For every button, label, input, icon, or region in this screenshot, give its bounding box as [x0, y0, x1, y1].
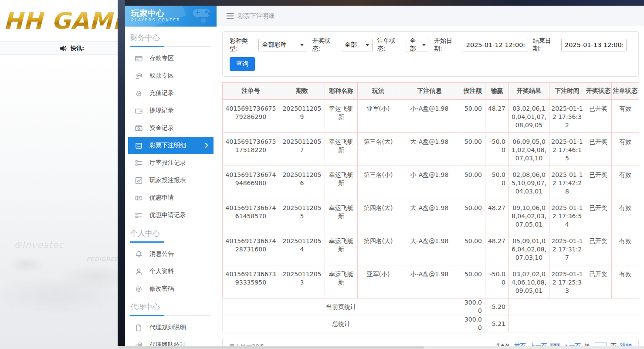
- bet-detail-icon: [135, 142, 142, 149]
- chevron-right-icon: [205, 142, 208, 149]
- table-cell: 大-A盘@1.98: [399, 232, 460, 265]
- summary-win-total: -5.20: [485, 298, 509, 315]
- table-header-row: 注单号期数彩种名称玩法下注信息投注额输赢开奖结果下注时间开奖状态注单状态: [223, 83, 639, 100]
- moneybag-icon: [135, 89, 142, 97]
- sidebar-item-label: 充值记录: [149, 89, 174, 97]
- table-cell: 48.27: [485, 199, 509, 232]
- column-header: 输赢: [485, 83, 509, 100]
- column-header: 彩种名称: [325, 83, 358, 100]
- search-button[interactable]: 查询: [230, 57, 255, 71]
- filter-panel: 彩种类型: 全部彩种 开奖状态: 全部 注单状态: 全部: [222, 31, 639, 77]
- table-cell: 03,07,02,04,06,10,08,09,05,01: [509, 265, 549, 298]
- withdraw-hand-icon: [135, 72, 142, 80]
- sidebar-item[interactable]: 厅室投注记录: [125, 154, 217, 172]
- bet-status-select[interactable]: 全部: [406, 39, 429, 51]
- start-date-input[interactable]: [463, 39, 528, 51]
- sidebar-item-label: 提现记录: [149, 107, 174, 115]
- sidebar-item-label: 资金记录: [149, 124, 174, 132]
- draw-status-label: 开奖状态:: [312, 37, 339, 53]
- column-header: 下注信息: [399, 83, 460, 100]
- page-summary-row: 当前页统计300.00-5.20: [223, 298, 639, 315]
- table-cell: 02,08,06,05,10,09,07,04,03,01: [509, 166, 549, 199]
- table-cell: 幸运飞艇新: [325, 166, 358, 199]
- sidebar-item[interactable]: 存款专区: [125, 50, 217, 67]
- sidebar-item-label: 存款专区: [149, 54, 174, 62]
- table-cell: 2025-01-12 17:36:54: [549, 199, 585, 232]
- table-cell: 48.27: [485, 100, 509, 133]
- sidebar-item[interactable]: 消息公告: [125, 245, 217, 263]
- table-cell: 05,09,01,06,04,02,08,07,03,10: [509, 232, 549, 265]
- sidebar-item-label: 优惠申请记录: [149, 211, 186, 219]
- table-cell: -50.00: [485, 265, 509, 298]
- summary-label: 当前页统计: [223, 298, 460, 315]
- table-cell: 有效: [612, 100, 639, 133]
- sidebar-item[interactable]: 修改密码: [125, 280, 217, 298]
- table-cell: 已开奖: [585, 232, 612, 265]
- column-header: 开奖结果: [509, 83, 549, 100]
- sidebar-item[interactable]: 彩票下注明细: [128, 137, 214, 154]
- table-cell: 50.00: [460, 265, 485, 298]
- table-cell: 401569173667517518220: [223, 133, 279, 166]
- breadcrumb-bar: 彩票下注明细: [217, 6, 644, 26]
- start-date-label: 开始日期:: [434, 37, 460, 53]
- summary-win-total: -5.21: [485, 315, 509, 332]
- sidebar-item[interactable]: 优惠申请: [125, 189, 217, 207]
- stadium-background: ⊕Investec PEDIGREE: [0, 55, 118, 349]
- sidebar-item[interactable]: 代理规则说明: [125, 319, 217, 336]
- summary-bet-total: 300.00: [460, 298, 485, 315]
- section-divider: [130, 46, 211, 47]
- table-cell: 50.00: [460, 232, 485, 265]
- table-cell: 20250112055: [279, 199, 325, 232]
- end-date-input[interactable]: [561, 39, 627, 51]
- logo-area: HH GAME: [0, 0, 118, 41]
- section-divider: [130, 241, 211, 243]
- sidebar-item-label: 消息公告: [149, 250, 174, 258]
- table-cell: 大-A盘@1.98: [399, 199, 460, 232]
- table-cell: 有效: [612, 199, 639, 232]
- table-cell: 亚军(小): [358, 100, 399, 133]
- sidebar-menu: 财务中心存款专区取款专区充值记录提现记录资金记录彩票下注明细厅室投注记录玩家投注…: [125, 27, 217, 349]
- table-cell: 有效: [612, 166, 639, 199]
- sidebar-item[interactable]: 充值记录: [125, 85, 217, 102]
- sidebar-item-label: 个人资料: [149, 268, 174, 275]
- pedigree-watermark: PEDIGREE: [86, 256, 118, 262]
- sidebar-item[interactable]: 优惠申请记录: [125, 207, 217, 224]
- table-row: 40156917366749486698020250112056幸运飞艇新第三名…: [223, 166, 639, 199]
- sidebar-section-title: 财务中心: [130, 33, 211, 43]
- bet-status-value: 全部: [410, 37, 419, 53]
- scrollbar-thumb[interactable]: [119, 346, 424, 349]
- sidebar-item[interactable]: 资金记录: [125, 119, 217, 137]
- table-cell: 有效: [612, 133, 639, 166]
- sidebar-item[interactable]: 个人资料: [125, 263, 217, 280]
- table-cell: 50.00: [460, 199, 485, 232]
- hall-record-icon: [135, 159, 142, 167]
- dark-divider-strip: [118, 0, 125, 349]
- table-cell: 小-A盘@1.98: [399, 265, 460, 298]
- table-cell: -50.00: [485, 166, 509, 199]
- horizontal-scrollbar[interactable]: [118, 346, 644, 349]
- sidebar-item-label: 厅室投注记录: [149, 159, 186, 167]
- lottery-type-label: 彩种类型:: [230, 37, 256, 53]
- summary-bet-total: 300.00: [460, 315, 485, 332]
- table-row: 40156917366751751822020250112057幸运飞艇新第三名…: [223, 133, 639, 166]
- table-cell: 已开奖: [585, 265, 612, 298]
- bet-detail-table: 注单号期数彩种名称玩法下注信息投注额输赢开奖结果下注时间开奖状态注单状态 401…: [222, 82, 639, 332]
- table-cell: 已开奖: [585, 166, 612, 199]
- table-cell: -50.00: [485, 133, 509, 166]
- table-cell: 有效: [612, 232, 639, 265]
- menu-toggle-icon[interactable]: [227, 13, 234, 19]
- table-cell: 20250112056: [279, 166, 325, 199]
- lottery-type-select[interactable]: 全部彩种: [258, 39, 308, 51]
- table-cell: 2025-01-12 17:42:28: [549, 166, 585, 199]
- bet-status-label: 注单状态:: [377, 37, 404, 53]
- sidebar-item[interactable]: 取款专区: [125, 67, 217, 85]
- table-cell: 48.27: [485, 232, 509, 265]
- draw-status-select[interactable]: 全部: [341, 39, 373, 51]
- sidebar-item[interactable]: 提现记录: [125, 102, 217, 119]
- table-row: 40156917366746145857020250112055幸运飞艇新第四名…: [223, 199, 639, 232]
- investec-watermark: ⊕Investec: [14, 240, 64, 250]
- table-row: 40156917366757928629020250112059幸运飞艇新亚军(…: [223, 100, 639, 133]
- table-cell: 幸运飞艇新: [325, 133, 358, 166]
- section-divider: [130, 315, 211, 316]
- sidebar-item[interactable]: 玩家投注报表: [125, 172, 217, 189]
